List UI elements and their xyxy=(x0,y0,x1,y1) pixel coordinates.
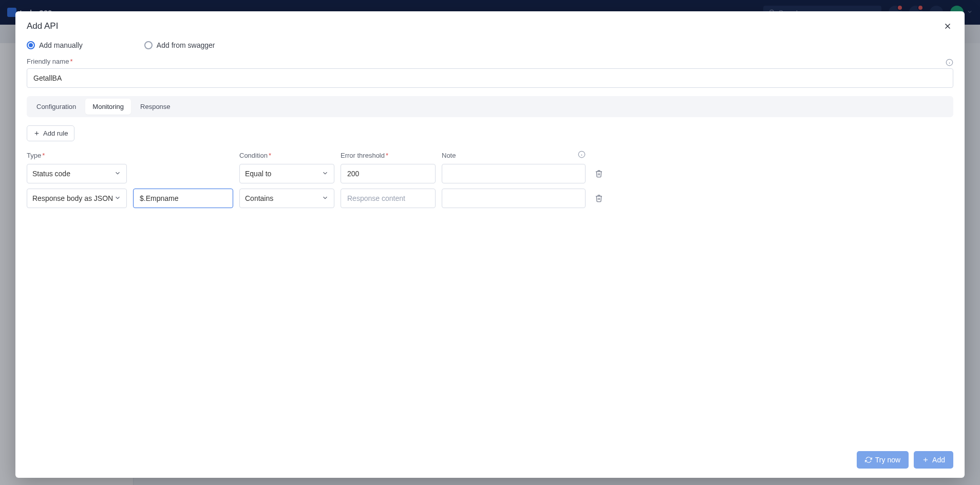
rule-note-input[interactable] xyxy=(442,189,586,208)
delete-rule-button[interactable] xyxy=(592,194,606,202)
tab-response[interactable]: Response xyxy=(133,99,178,115)
modal-footer: Try now Add xyxy=(27,444,953,469)
add-rule-label: Add rule xyxy=(43,129,68,137)
close-icon xyxy=(943,22,952,31)
select-value: Contains xyxy=(245,194,273,202)
plus-icon xyxy=(33,130,40,137)
rule-note-input[interactable] xyxy=(442,164,586,183)
info-icon xyxy=(578,151,586,158)
rule-condition-select[interactable]: Equal to xyxy=(239,164,334,183)
rule-path-input[interactable] xyxy=(133,189,233,208)
rule-type-select[interactable]: Status code xyxy=(27,164,127,183)
rule-row: Status code Equal to xyxy=(27,164,953,183)
radio-label: Add from swagger xyxy=(157,41,215,49)
friendly-name-info[interactable] xyxy=(946,59,953,68)
tab-configuration[interactable]: Configuration xyxy=(29,99,83,115)
header-error-threshold: Error threshold* xyxy=(341,152,436,159)
rule-row: Response body as JSON Contains xyxy=(27,189,953,208)
trash-icon xyxy=(595,194,603,202)
close-button[interactable] xyxy=(942,21,953,32)
tabs: Configuration Monitoring Response xyxy=(27,96,953,117)
add-mode-radios: Add manually Add from swagger xyxy=(27,41,953,49)
friendly-name-input[interactable] xyxy=(27,68,953,88)
required-marker: * xyxy=(70,58,72,65)
rules-area: Type* Condition* Error threshold* Note S… xyxy=(27,151,953,213)
plus-icon xyxy=(922,456,929,463)
try-now-label: Try now xyxy=(875,456,900,464)
radio-add-manually[interactable]: Add manually xyxy=(27,41,83,49)
header-note: Note xyxy=(442,151,586,160)
radio-indicator xyxy=(144,41,153,49)
tab-monitoring[interactable]: Monitoring xyxy=(85,99,131,115)
header-condition: Condition* xyxy=(239,152,334,159)
try-now-button[interactable]: Try now xyxy=(857,451,909,469)
select-value: Equal to xyxy=(245,170,271,178)
rule-threshold-input[interactable] xyxy=(341,164,436,183)
chevron-down-icon xyxy=(114,170,121,177)
add-rule-button[interactable]: Add rule xyxy=(27,125,74,141)
friendly-name-label: Friendly name* xyxy=(27,58,72,65)
trash-icon xyxy=(595,170,603,178)
chevron-down-icon xyxy=(322,170,329,177)
add-label: Add xyxy=(932,456,945,464)
rule-condition-select[interactable]: Contains xyxy=(239,189,334,208)
delete-rule-button[interactable] xyxy=(592,170,606,178)
refresh-icon xyxy=(865,456,872,463)
header-type: Type* xyxy=(27,152,127,159)
note-info[interactable] xyxy=(578,151,586,160)
info-icon xyxy=(946,59,953,66)
chevron-down-icon xyxy=(114,194,121,201)
select-value: Response body as JSON xyxy=(32,194,113,202)
rule-threshold-input[interactable] xyxy=(341,189,436,208)
modal-header: Add API xyxy=(27,21,953,32)
add-api-modal: Add API Add manually Add from swagger Fr… xyxy=(15,11,965,478)
select-value: Status code xyxy=(32,170,70,178)
modal-title: Add API xyxy=(27,21,58,31)
rules-header: Type* Condition* Error threshold* Note xyxy=(27,151,953,160)
rule-type-select[interactable]: Response body as JSON xyxy=(27,189,127,208)
add-button[interactable]: Add xyxy=(914,451,953,469)
chevron-down-icon xyxy=(322,194,329,201)
radio-label: Add manually xyxy=(39,41,83,49)
radio-indicator xyxy=(27,41,35,49)
radio-add-from-swagger[interactable]: Add from swagger xyxy=(144,41,215,49)
